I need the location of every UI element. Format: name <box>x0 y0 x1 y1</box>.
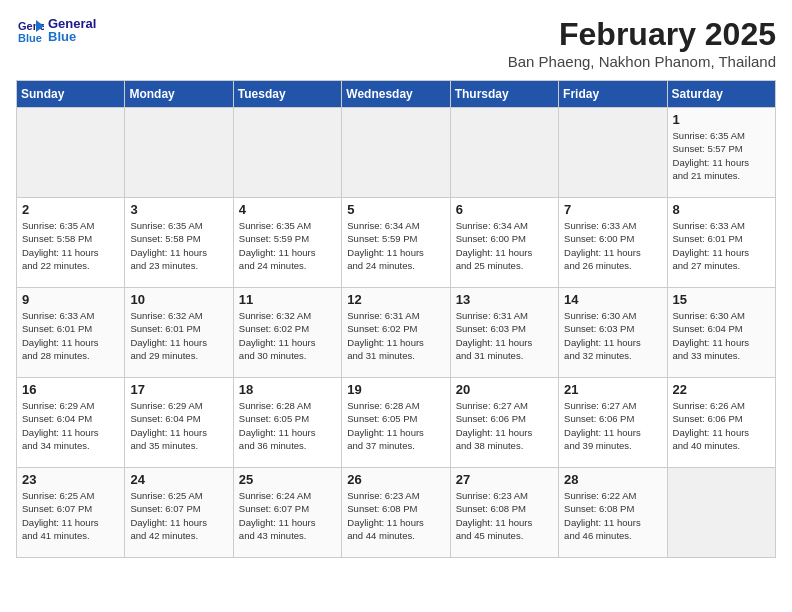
calendar-cell: 22Sunrise: 6:26 AM Sunset: 6:06 PM Dayli… <box>667 378 775 468</box>
title-area: February 2025 Ban Phaeng, Nakhon Phanom,… <box>508 16 776 70</box>
day-number: 25 <box>239 472 336 487</box>
calendar-cell: 15Sunrise: 6:30 AM Sunset: 6:04 PM Dayli… <box>667 288 775 378</box>
day-info: Sunrise: 6:26 AM Sunset: 6:06 PM Dayligh… <box>673 399 770 452</box>
week-row-2: 2Sunrise: 6:35 AM Sunset: 5:58 PM Daylig… <box>17 198 776 288</box>
calendar-cell <box>233 108 341 198</box>
calendar-cell: 26Sunrise: 6:23 AM Sunset: 6:08 PM Dayli… <box>342 468 450 558</box>
day-info: Sunrise: 6:24 AM Sunset: 6:07 PM Dayligh… <box>239 489 336 542</box>
day-info: Sunrise: 6:22 AM Sunset: 6:08 PM Dayligh… <box>564 489 661 542</box>
day-number: 24 <box>130 472 227 487</box>
day-info: Sunrise: 6:30 AM Sunset: 6:03 PM Dayligh… <box>564 309 661 362</box>
calendar-cell: 2Sunrise: 6:35 AM Sunset: 5:58 PM Daylig… <box>17 198 125 288</box>
day-number: 12 <box>347 292 444 307</box>
weekday-header-sunday: Sunday <box>17 81 125 108</box>
calendar-cell: 13Sunrise: 6:31 AM Sunset: 6:03 PM Dayli… <box>450 288 558 378</box>
day-number: 7 <box>564 202 661 217</box>
day-info: Sunrise: 6:27 AM Sunset: 6:06 PM Dayligh… <box>564 399 661 452</box>
subtitle: Ban Phaeng, Nakhon Phanom, Thailand <box>508 53 776 70</box>
day-number: 2 <box>22 202 119 217</box>
day-info: Sunrise: 6:33 AM Sunset: 6:00 PM Dayligh… <box>564 219 661 272</box>
calendar-cell <box>342 108 450 198</box>
calendar-cell: 5Sunrise: 6:34 AM Sunset: 5:59 PM Daylig… <box>342 198 450 288</box>
calendar-cell <box>125 108 233 198</box>
weekday-header-friday: Friday <box>559 81 667 108</box>
week-row-5: 23Sunrise: 6:25 AM Sunset: 6:07 PM Dayli… <box>17 468 776 558</box>
day-number: 8 <box>673 202 770 217</box>
day-info: Sunrise: 6:35 AM Sunset: 5:59 PM Dayligh… <box>239 219 336 272</box>
week-row-3: 9Sunrise: 6:33 AM Sunset: 6:01 PM Daylig… <box>17 288 776 378</box>
day-info: Sunrise: 6:23 AM Sunset: 6:08 PM Dayligh… <box>456 489 553 542</box>
calendar-cell <box>17 108 125 198</box>
svg-text:Blue: Blue <box>18 32 42 44</box>
calendar-cell <box>450 108 558 198</box>
day-number: 27 <box>456 472 553 487</box>
day-number: 19 <box>347 382 444 397</box>
calendar-cell: 16Sunrise: 6:29 AM Sunset: 6:04 PM Dayli… <box>17 378 125 468</box>
day-info: Sunrise: 6:34 AM Sunset: 6:00 PM Dayligh… <box>456 219 553 272</box>
day-info: Sunrise: 6:27 AM Sunset: 6:06 PM Dayligh… <box>456 399 553 452</box>
weekday-header-thursday: Thursday <box>450 81 558 108</box>
calendar-cell <box>667 468 775 558</box>
calendar-cell: 10Sunrise: 6:32 AM Sunset: 6:01 PM Dayli… <box>125 288 233 378</box>
day-info: Sunrise: 6:35 AM Sunset: 5:57 PM Dayligh… <box>673 129 770 182</box>
calendar-cell: 8Sunrise: 6:33 AM Sunset: 6:01 PM Daylig… <box>667 198 775 288</box>
calendar-cell: 1Sunrise: 6:35 AM Sunset: 5:57 PM Daylig… <box>667 108 775 198</box>
day-info: Sunrise: 6:25 AM Sunset: 6:07 PM Dayligh… <box>130 489 227 542</box>
day-info: Sunrise: 6:28 AM Sunset: 6:05 PM Dayligh… <box>239 399 336 452</box>
day-info: Sunrise: 6:35 AM Sunset: 5:58 PM Dayligh… <box>130 219 227 272</box>
calendar-cell: 20Sunrise: 6:27 AM Sunset: 6:06 PM Dayli… <box>450 378 558 468</box>
header: General Blue General Blue February 2025 … <box>16 16 776 70</box>
calendar-cell: 21Sunrise: 6:27 AM Sunset: 6:06 PM Dayli… <box>559 378 667 468</box>
day-info: Sunrise: 6:33 AM Sunset: 6:01 PM Dayligh… <box>673 219 770 272</box>
week-row-1: 1Sunrise: 6:35 AM Sunset: 5:57 PM Daylig… <box>17 108 776 198</box>
day-number: 21 <box>564 382 661 397</box>
calendar-cell: 14Sunrise: 6:30 AM Sunset: 6:03 PM Dayli… <box>559 288 667 378</box>
day-number: 14 <box>564 292 661 307</box>
logo: General Blue General Blue <box>16 16 96 44</box>
day-info: Sunrise: 6:32 AM Sunset: 6:01 PM Dayligh… <box>130 309 227 362</box>
day-number: 5 <box>347 202 444 217</box>
day-number: 13 <box>456 292 553 307</box>
day-info: Sunrise: 6:32 AM Sunset: 6:02 PM Dayligh… <box>239 309 336 362</box>
month-title: February 2025 <box>508 16 776 53</box>
calendar-cell: 17Sunrise: 6:29 AM Sunset: 6:04 PM Dayli… <box>125 378 233 468</box>
calendar-cell: 4Sunrise: 6:35 AM Sunset: 5:59 PM Daylig… <box>233 198 341 288</box>
weekday-header-row: SundayMondayTuesdayWednesdayThursdayFrid… <box>17 81 776 108</box>
day-info: Sunrise: 6:25 AM Sunset: 6:07 PM Dayligh… <box>22 489 119 542</box>
day-number: 9 <box>22 292 119 307</box>
calendar-cell: 7Sunrise: 6:33 AM Sunset: 6:00 PM Daylig… <box>559 198 667 288</box>
calendar-table: SundayMondayTuesdayWednesdayThursdayFrid… <box>16 80 776 558</box>
calendar-cell: 9Sunrise: 6:33 AM Sunset: 6:01 PM Daylig… <box>17 288 125 378</box>
day-number: 26 <box>347 472 444 487</box>
calendar-cell: 12Sunrise: 6:31 AM Sunset: 6:02 PM Dayli… <box>342 288 450 378</box>
day-number: 17 <box>130 382 227 397</box>
day-number: 3 <box>130 202 227 217</box>
calendar-cell: 27Sunrise: 6:23 AM Sunset: 6:08 PM Dayli… <box>450 468 558 558</box>
day-number: 15 <box>673 292 770 307</box>
calendar-cell: 18Sunrise: 6:28 AM Sunset: 6:05 PM Dayli… <box>233 378 341 468</box>
weekday-header-tuesday: Tuesday <box>233 81 341 108</box>
logo-icon: General Blue <box>16 16 44 44</box>
calendar-cell: 19Sunrise: 6:28 AM Sunset: 6:05 PM Dayli… <box>342 378 450 468</box>
day-number: 16 <box>22 382 119 397</box>
calendar-cell: 24Sunrise: 6:25 AM Sunset: 6:07 PM Dayli… <box>125 468 233 558</box>
calendar-cell <box>559 108 667 198</box>
calendar-cell: 28Sunrise: 6:22 AM Sunset: 6:08 PM Dayli… <box>559 468 667 558</box>
day-info: Sunrise: 6:23 AM Sunset: 6:08 PM Dayligh… <box>347 489 444 542</box>
day-number: 4 <box>239 202 336 217</box>
weekday-header-wednesday: Wednesday <box>342 81 450 108</box>
day-number: 11 <box>239 292 336 307</box>
day-info: Sunrise: 6:34 AM Sunset: 5:59 PM Dayligh… <box>347 219 444 272</box>
day-number: 20 <box>456 382 553 397</box>
calendar-cell: 6Sunrise: 6:34 AM Sunset: 6:00 PM Daylig… <box>450 198 558 288</box>
calendar-cell: 3Sunrise: 6:35 AM Sunset: 5:58 PM Daylig… <box>125 198 233 288</box>
day-info: Sunrise: 6:29 AM Sunset: 6:04 PM Dayligh… <box>130 399 227 452</box>
calendar-cell: 25Sunrise: 6:24 AM Sunset: 6:07 PM Dayli… <box>233 468 341 558</box>
calendar-cell: 23Sunrise: 6:25 AM Sunset: 6:07 PM Dayli… <box>17 468 125 558</box>
day-number: 10 <box>130 292 227 307</box>
day-number: 1 <box>673 112 770 127</box>
day-info: Sunrise: 6:31 AM Sunset: 6:02 PM Dayligh… <box>347 309 444 362</box>
weekday-header-saturday: Saturday <box>667 81 775 108</box>
day-number: 23 <box>22 472 119 487</box>
day-number: 18 <box>239 382 336 397</box>
